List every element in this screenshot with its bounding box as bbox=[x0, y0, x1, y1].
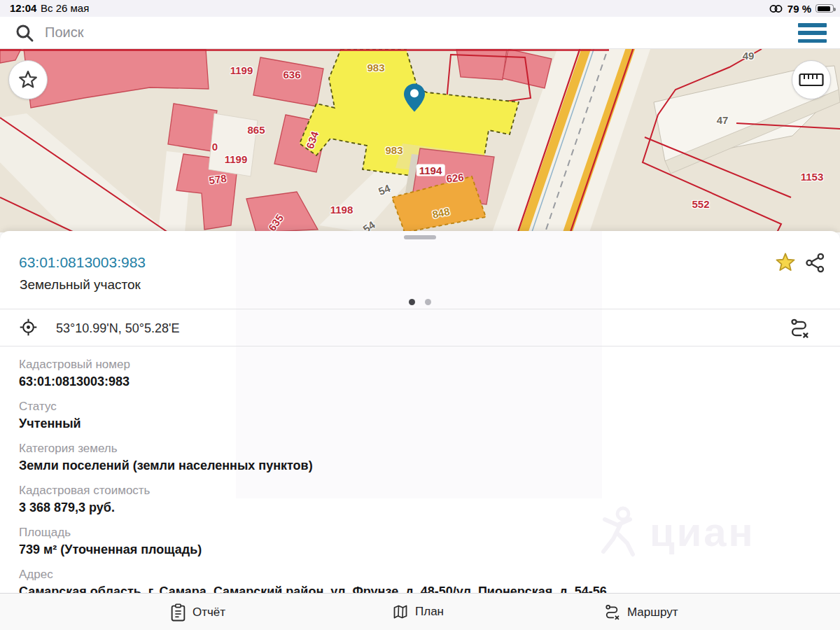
divider bbox=[0, 346, 840, 346]
page-dot-active[interactable] bbox=[409, 299, 415, 305]
plan-button[interactable]: План bbox=[392, 603, 444, 620]
star-filled-icon bbox=[774, 251, 797, 274]
field-label: Кадастровая стоимость bbox=[19, 483, 789, 498]
clear-route-button[interactable] bbox=[788, 317, 811, 342]
measure-button[interactable] bbox=[792, 60, 831, 99]
status-bar: 12:04 Вс 26 мая 79 % bbox=[0, 0, 840, 17]
sheet-drag-handle[interactable] bbox=[404, 235, 436, 239]
report-clipboard-icon bbox=[170, 603, 186, 622]
route-label: Маршрут bbox=[627, 606, 678, 620]
divider bbox=[0, 309, 840, 309]
page-indicator bbox=[0, 299, 840, 305]
favorite-button[interactable] bbox=[774, 251, 797, 276]
field-value: Земли поселений (земли населенных пункто… bbox=[19, 456, 789, 475]
bottom-toolbar: Отчёт План Маршрут bbox=[0, 593, 840, 630]
parcel-fields: Кадастровый номер 63:01:0813003:983 Стат… bbox=[19, 357, 789, 609]
map-parcel-label: 636 bbox=[283, 69, 300, 80]
field-status: Статус Учтенный bbox=[19, 399, 789, 433]
battery-percent: 79 % bbox=[788, 3, 811, 15]
floor-plan-map-icon bbox=[392, 603, 409, 620]
search-icon bbox=[15, 23, 34, 43]
plan-label: План bbox=[415, 605, 444, 619]
map-pin-icon bbox=[404, 83, 425, 112]
status-indicators: 79 % bbox=[769, 0, 834, 17]
share-button[interactable] bbox=[805, 253, 825, 276]
map-parcel-label: 1199 bbox=[225, 153, 248, 165]
map-parcel-label: 0 bbox=[212, 141, 218, 153]
map-parcel-label: 983 bbox=[367, 62, 384, 74]
object-type-label: Земельный участок bbox=[20, 277, 141, 293]
page-dot-inactive[interactable] bbox=[425, 299, 431, 305]
route-icon bbox=[603, 603, 621, 621]
clock: 12:04 bbox=[10, 2, 36, 14]
report-button[interactable]: Отчёт bbox=[170, 603, 225, 622]
cadastral-number-link[interactable]: 63:01:0813003:983 bbox=[19, 254, 146, 271]
map-parcel-label: 49 bbox=[743, 50, 755, 62]
field-value: Учтенный bbox=[19, 414, 789, 433]
date: Вс 26 мая bbox=[41, 2, 89, 14]
cian-watermark: циан bbox=[599, 505, 755, 557]
map-parcel-label: 626 bbox=[446, 171, 465, 185]
hotspot-icon bbox=[769, 4, 783, 14]
field-label: Категория земель bbox=[19, 441, 789, 456]
map-parcel-label: 1194 bbox=[416, 164, 445, 176]
field-value: 63:01:0813003:983 bbox=[19, 372, 789, 391]
map-parcel-label: 578 bbox=[208, 172, 227, 186]
field-label: Статус bbox=[19, 399, 789, 414]
share-icon bbox=[805, 253, 825, 273]
report-label: Отчёт bbox=[192, 606, 225, 620]
map-canvas bbox=[0, 49, 840, 232]
map-parcel-label: 1153 bbox=[801, 171, 824, 183]
battery-icon bbox=[816, 4, 834, 13]
search-input[interactable]: Поиск bbox=[45, 24, 83, 41]
field-label: Адрес bbox=[19, 567, 789, 582]
route-x-icon bbox=[788, 317, 811, 340]
search-bar[interactable]: Поиск bbox=[0, 17, 840, 49]
location-crosshair-icon bbox=[19, 318, 38, 340]
field-cadastral-number: Кадастровый номер 63:01:0813003:983 bbox=[19, 357, 789, 391]
favorites-button[interactable] bbox=[8, 60, 48, 99]
parcel-info-sheet: 63:01:0813003:983 Земельный участок bbox=[0, 231, 840, 630]
map-parcel-label: 552 bbox=[692, 198, 709, 210]
field-land-category: Категория земель Земли поселений (земли … bbox=[19, 441, 789, 475]
app-screen: 12:04 Вс 26 мая 79 % Поиск bbox=[0, 0, 840, 630]
cian-logo-person bbox=[599, 505, 643, 557]
map-parcel-label: 1198 bbox=[330, 204, 354, 216]
field-label: Кадастровый номер bbox=[19, 357, 789, 372]
menu-button[interactable] bbox=[798, 23, 827, 43]
map-parcel-label: 47 bbox=[717, 114, 729, 126]
star-outline-icon bbox=[18, 69, 38, 90]
map-parcel-label: 983 bbox=[385, 144, 402, 156]
watermark-text: циан bbox=[650, 508, 755, 555]
ruler-icon bbox=[799, 73, 824, 87]
coordinates-value: 53°10.99'N, 50°5.28'E bbox=[56, 321, 179, 336]
map-parcel-label: 865 bbox=[247, 124, 265, 136]
map-parcel-label: 1199 bbox=[230, 64, 253, 76]
route-button[interactable]: Маршрут bbox=[603, 603, 678, 621]
cadastral-map[interactable]: 865 1199 636 983 1199 578 0 635 634 983 … bbox=[0, 49, 840, 232]
